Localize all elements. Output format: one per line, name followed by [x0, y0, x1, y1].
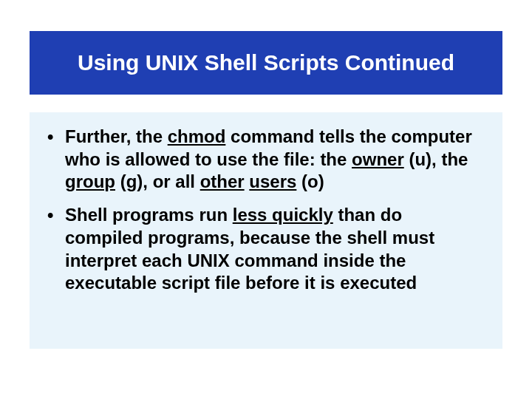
list-item: Shell programs run less quickly than do … — [44, 204, 482, 295]
underlined-text: group — [65, 171, 115, 191]
title-bar: Using UNIX Shell Scripts Continued — [30, 31, 502, 95]
slide-body: Further, the chmod command tells the com… — [30, 112, 502, 349]
slide: Using UNIX Shell Scripts Continued Furth… — [0, 31, 532, 399]
text-run: (u), the — [404, 149, 468, 169]
underlined-text: chmod — [168, 126, 226, 146]
underlined-text: other — [200, 171, 245, 191]
text-run: (g), or all — [115, 171, 200, 191]
text-run: (o) — [296, 171, 324, 191]
underlined-text: owner — [352, 149, 404, 169]
underlined-text: less quickly — [233, 205, 333, 225]
underlined-text: users — [249, 171, 296, 191]
bullet-list: Further, the chmod command tells the com… — [44, 126, 482, 295]
list-item: Further, the chmod command tells the com… — [44, 126, 482, 194]
text-run: Shell programs run — [65, 205, 233, 225]
slide-title: Using UNIX Shell Scripts Continued — [37, 50, 495, 75]
text-run: Further, the — [65, 126, 168, 146]
